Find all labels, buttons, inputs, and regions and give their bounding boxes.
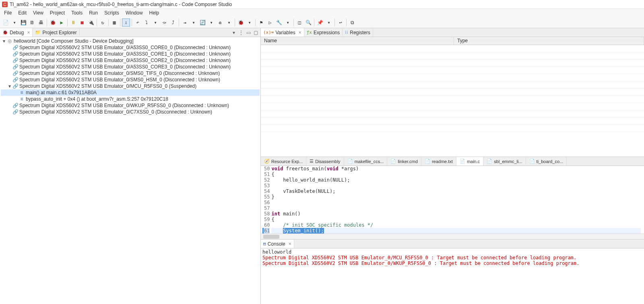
dropdown-icon[interactable]: ▾ xyxy=(284,19,292,27)
tree-row[interactable]: 🔗Spectrum Digital XDS560V2 STM USB Emula… xyxy=(1,51,260,57)
source[interactable]: void freertos_main(void *args){ hello_wo… xyxy=(271,166,644,234)
menu-help[interactable]: Help xyxy=(146,9,163,17)
new-icon[interactable]: 📄 xyxy=(2,19,10,27)
menu-window[interactable]: Window xyxy=(122,9,146,17)
back-icon[interactable]: ↩ xyxy=(336,19,345,27)
close-icon[interactable]: × xyxy=(299,30,301,35)
maximize-icon[interactable]: ▢ xyxy=(252,29,259,36)
tree-row[interactable]: 🔗Spectrum Digital XDS560V2 STM USB Emula… xyxy=(1,70,260,77)
tree-row[interactable]: ▾🔗Spectrum Digital XDS560V2 STM USB Emul… xyxy=(1,83,260,89)
tab-expressions[interactable]: ƒx Expressions xyxy=(304,28,343,37)
source-line[interactable] xyxy=(271,183,641,188)
refresh-icon[interactable]: ♻ xyxy=(216,19,224,27)
editor-hscrollbar[interactable] xyxy=(261,234,644,239)
editor-tab[interactable]: 📄sbl_emmc_li... xyxy=(483,157,526,165)
step-filter-icon[interactable]: ⚑ xyxy=(257,19,265,27)
editor-tab[interactable]: 📄readme.txt xyxy=(421,157,456,165)
tree-row[interactable]: 🔗Spectrum Digital XDS560V2 STM USB Emula… xyxy=(1,64,260,70)
save-all-icon[interactable]: 🗎 xyxy=(28,19,36,27)
dropdown-icon[interactable]: ▾ xyxy=(10,19,19,27)
stack-frame-icon: ≡ xyxy=(19,89,25,96)
grid-icon[interactable]: ▦ xyxy=(110,19,118,27)
console-body[interactable]: helloworld Spectrum Digital XDS560V2 STM… xyxy=(261,248,644,304)
source-line[interactable]: vTaskDelete(NULL); xyxy=(271,188,641,194)
source-line[interactable] xyxy=(271,200,641,205)
dropdown-icon[interactable]: ▾ xyxy=(225,19,233,27)
dropdown-icon[interactable]: ▾ xyxy=(190,19,198,27)
tab-registers[interactable]: ⁞⁞ Registers xyxy=(343,28,373,37)
editor-tab[interactable]: 📄linker.cmd xyxy=(387,157,421,165)
source-line[interactable]: int main() xyxy=(271,211,641,217)
tree-row[interactable]: ▾◎helloworld [Code Composer Studio - Dev… xyxy=(1,38,260,44)
menu-tools[interactable]: Tools xyxy=(68,9,86,17)
tree-row[interactable]: 🔗Spectrum Digital XDS560V2 STM USB Emula… xyxy=(1,109,260,115)
source-line[interactable]: System_init(); xyxy=(271,228,641,234)
new-view-icon[interactable]: ◫ xyxy=(295,19,303,27)
wrench-icon[interactable]: 🔧 xyxy=(275,19,283,27)
svg-text:C: C xyxy=(3,2,6,7)
undo-icon[interactable]: ↶ xyxy=(134,19,142,27)
source-line[interactable]: { xyxy=(271,172,641,177)
dropdown-icon[interactable]: ▾ xyxy=(246,19,254,27)
editor-tab[interactable]: 📄makefile_ccs... xyxy=(344,157,388,165)
step-return-icon[interactable]: ⤴ xyxy=(169,19,177,27)
debug-icon[interactable]: 🐞 xyxy=(49,19,57,27)
source-line[interactable] xyxy=(271,205,641,211)
tree-row[interactable]: ≡main() at main.c:61 0x7911AB0A xyxy=(1,89,260,96)
search-icon[interactable]: 🔍 xyxy=(304,19,312,27)
source-line[interactable]: } xyxy=(271,194,641,200)
source-line[interactable]: hello_world_main(NULL); xyxy=(271,177,641,183)
close-icon[interactable]: × xyxy=(289,241,291,247)
menu-view[interactable]: View xyxy=(30,9,47,17)
editor-tab[interactable]: 📄main.c xyxy=(456,157,483,165)
save-icon[interactable]: 💾 xyxy=(19,19,27,27)
menu-run[interactable]: Run xyxy=(86,9,101,17)
dropdown-icon[interactable]: ▾ xyxy=(325,19,333,27)
open-perspective-icon[interactable]: ⧉ xyxy=(348,19,356,27)
terminate-icon[interactable]: ■ xyxy=(78,19,86,27)
view-menu-icon[interactable]: ▾ xyxy=(231,29,237,36)
debug-tree[interactable]: ▾◎helloworld [Code Composer Studio - Dev… xyxy=(0,37,260,304)
tree-row[interactable]: 🔗Spectrum Digital XDS560V2 STM USB Emula… xyxy=(1,44,260,51)
tree-collapse-icon[interactable]: ⋮ xyxy=(238,29,244,36)
minimize-icon[interactable]: ▭ xyxy=(245,29,252,36)
dropdown-icon[interactable]: ▾ xyxy=(207,19,215,27)
col-type[interactable]: Type xyxy=(454,37,644,45)
close-icon[interactable]: × xyxy=(27,30,30,35)
tab-project-explorer[interactable]: 📁 Project Explorer xyxy=(33,28,79,37)
tree-row[interactable]: ≡bypass_auto_init + 0x4 () at boot_armv7… xyxy=(1,96,260,102)
col-name[interactable]: Name xyxy=(261,37,454,45)
step-into-icon[interactable]: ⤵ xyxy=(142,19,151,27)
step-over-icon[interactable]: ⤼ xyxy=(160,19,168,27)
tab-debug[interactable]: 🐞 Debug × xyxy=(0,28,33,37)
reset-icon[interactable]: 🔄 xyxy=(198,19,206,27)
run-to-line-icon[interactable]: ⇥ xyxy=(181,19,189,27)
suspend-icon[interactable]: ⏸ xyxy=(69,19,77,27)
menu-project[interactable]: Project xyxy=(47,9,68,17)
editor-tab[interactable]: 🧭Resource Exp... xyxy=(261,157,306,165)
tree-row[interactable]: 🔗Spectrum Digital XDS560V2 STM USB Emula… xyxy=(1,57,260,64)
tree-row[interactable]: 🔗Spectrum Digital XDS560V2 STM USB Emula… xyxy=(1,77,260,83)
source-line[interactable]: void freertos_main(void *args) xyxy=(271,166,641,172)
disconnect-icon[interactable]: 🔌 xyxy=(87,19,95,27)
assembly-step-icon[interactable]: ⇩ xyxy=(122,19,130,27)
pin-icon[interactable]: 📌 xyxy=(316,19,324,27)
resume-icon[interactable]: ▶ xyxy=(58,19,66,27)
tree-row[interactable]: 🔗Spectrum Digital XDS560V2 STM USB Emula… xyxy=(1,102,260,109)
menu-file[interactable]: File xyxy=(1,9,15,17)
restart-icon[interactable]: ↻ xyxy=(99,19,107,27)
editor-tab[interactable]: ☰Disassembly xyxy=(306,157,344,165)
menu-scripts[interactable]: Scripts xyxy=(101,9,122,17)
dropdown-icon[interactable]: ▾ xyxy=(151,19,159,27)
source-line[interactable]: /* init SOC specific modules */ xyxy=(271,222,641,228)
tab-variables[interactable]: (x)= Variables × xyxy=(261,28,304,37)
line-number: 57 xyxy=(262,205,270,211)
menu-edit[interactable]: Edit xyxy=(15,9,30,17)
print-icon[interactable]: 🖶 xyxy=(37,19,45,27)
editor-tab[interactable]: 📄ti_board_co... xyxy=(526,157,567,165)
source-line[interactable]: { xyxy=(271,217,641,222)
code-editor[interactable]: 5051525354555657585960616263646566676869… xyxy=(261,166,644,234)
run-icon[interactable]: ▷ xyxy=(266,19,274,27)
bug-icon[interactable]: 🐞 xyxy=(237,19,245,27)
tab-console[interactable]: ▤ Console × xyxy=(261,240,294,248)
